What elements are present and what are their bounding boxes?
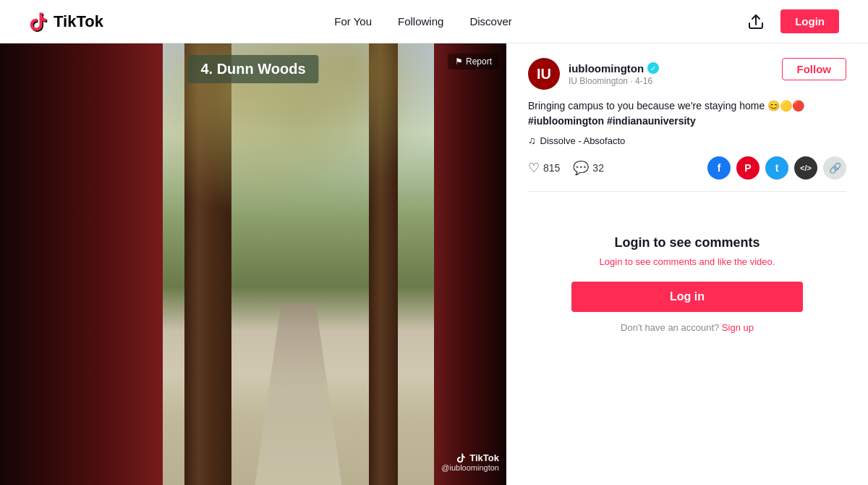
stats: ♡ 815 💬 32 <box>528 160 604 176</box>
embed-icon: </> <box>800 164 812 172</box>
likes-count: 815 <box>543 162 560 174</box>
facebook-icon: f <box>718 162 721 174</box>
signup-link[interactable]: Sign up <box>722 322 754 333</box>
description: Bringing campus to you because we're sta… <box>528 98 846 129</box>
embed-share-button[interactable]: </> <box>794 156 817 180</box>
nav-discover[interactable]: Discover <box>469 15 511 28</box>
upload-icon <box>747 13 765 30</box>
header: TikTok For You Following Discover Login <box>0 0 868 43</box>
copy-link-button[interactable]: 🔗 <box>823 156 846 180</box>
username[interactable]: iubloomington <box>569 62 644 75</box>
user-section: IU iubloomington ✓ IU Bloomington · 4-16… <box>528 58 846 90</box>
login-to-see-title: Login to see comments <box>614 235 760 250</box>
path-overlay <box>255 304 342 485</box>
video-bg-left <box>0 43 163 485</box>
watermark-handle: @iubloomington <box>441 463 499 472</box>
nav: For You Following Discover <box>334 15 511 28</box>
video-watermark: TikTok @iubloomington <box>441 452 499 472</box>
heart-icon[interactable]: ♡ <box>528 160 540 176</box>
no-account-text: Don't have an account? <box>621 322 719 333</box>
report-button[interactable]: ⚑ Report <box>448 54 499 69</box>
upload-button[interactable] <box>743 9 769 35</box>
share-icons: f P t </> 🔗 <box>707 156 846 180</box>
twitter-share-button[interactable]: t <box>765 156 788 180</box>
music-label: Dissolve - Absofacto <box>540 135 626 146</box>
logo-area: TikTok <box>29 12 103 32</box>
right-panel: IU iubloomington ✓ IU Bloomington · 4-16… <box>506 43 868 485</box>
comments-section: Login to see comments Login to see comme… <box>528 206 846 362</box>
stats-share-row: ♡ 815 💬 32 f P t </> <box>528 156 846 192</box>
log-in-button[interactable]: Log in <box>571 282 803 312</box>
avatar: IU <box>528 58 560 90</box>
login-subtitle: Login to see comments and like the video… <box>600 256 775 267</box>
flag-icon: ⚑ <box>455 56 463 67</box>
header-right: Login <box>743 9 839 35</box>
comment-icon[interactable]: 💬 <box>573 160 589 176</box>
likes-stat: ♡ 815 <box>528 160 560 176</box>
video-bg-right <box>434 43 506 485</box>
follow-button[interactable]: Follow <box>782 58 847 80</box>
watermark-logo: TikTok <box>456 452 499 463</box>
pinterest-share-button[interactable]: P <box>736 156 760 180</box>
music-info: ♫ Dissolve - Absofacto <box>528 135 846 146</box>
nav-following[interactable]: Following <box>398 15 443 28</box>
hashtag2[interactable]: #indianauniversity <box>607 115 696 127</box>
link-icon: 🔗 <box>829 162 841 174</box>
avatar-letter: IU <box>537 66 551 83</box>
hashtag1[interactable]: #iubloomington <box>528 115 604 127</box>
description-text: Bringing campus to you because we're sta… <box>528 100 804 111</box>
pinterest-icon: P <box>744 162 751 174</box>
watermark-tiktok-icon <box>456 453 467 463</box>
watermark-brand-text: TikTok <box>469 452 499 463</box>
tiktok-logo-icon <box>29 12 49 32</box>
comments-stat: 💬 32 <box>573 160 604 176</box>
video-scene <box>163 43 434 485</box>
twitter-icon: t <box>775 162 779 174</box>
video-title-overlay: 4. Dunn Woods <box>187 55 318 83</box>
user-details: iubloomington ✓ IU Bloomington · 4-16 <box>569 62 659 86</box>
comments-count: 32 <box>592 162 604 174</box>
user-meta: IU Bloomington · 4-16 <box>569 76 659 86</box>
verified-badge: ✓ <box>647 62 659 74</box>
signup-text: Don't have an account? Sign up <box>621 322 754 333</box>
user-info: IU iubloomington ✓ IU Bloomington · 4-16 <box>528 58 659 90</box>
music-note-icon: ♫ <box>528 135 536 146</box>
video-container: 4. Dunn Woods ⚑ Report TikTok @iubloomin… <box>0 43 506 485</box>
logo-text: TikTok <box>54 12 103 31</box>
nav-for-you[interactable]: For You <box>334 15 372 28</box>
report-label: Report <box>466 56 492 67</box>
facebook-share-button[interactable]: f <box>707 156 731 180</box>
login-button[interactable]: Login <box>780 9 839 33</box>
username-row: iubloomington ✓ <box>569 62 659 75</box>
video-main <box>163 43 434 485</box>
main-content: 4. Dunn Woods ⚑ Report TikTok @iubloomin… <box>0 43 868 485</box>
